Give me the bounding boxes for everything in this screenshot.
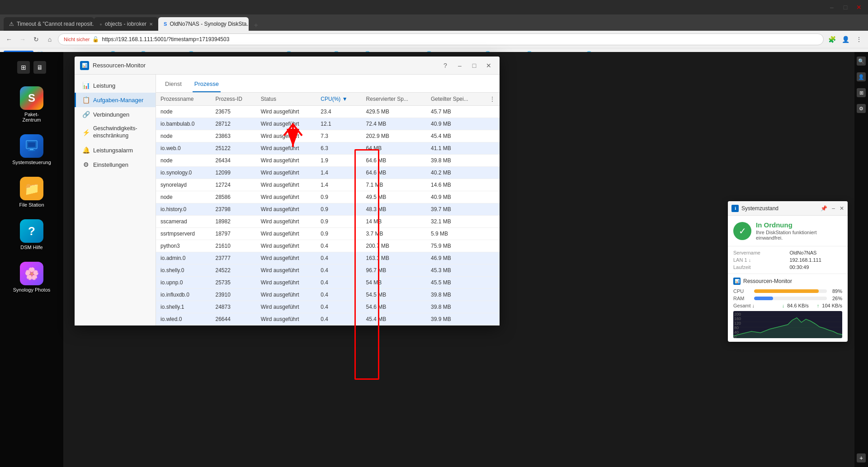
dsm-icon[interactable]: 🖥 <box>33 61 46 74</box>
right-panel-grid[interactable]: ⊞ <box>857 88 866 97</box>
table-row[interactable]: io.admin.0 23777 Wird ausgeführt 0.4 163… <box>156 252 500 264</box>
right-panel-plus[interactable]: + <box>857 453 866 462</box>
sidebar-item-alarm[interactable]: 🔔 Leistungsalarm <box>75 143 156 157</box>
app-grid-icon[interactable]: ⊞ <box>17 61 30 74</box>
proc-cpu: 0.4 <box>316 277 361 289</box>
table-row[interactable]: node 23863 Wird ausgeführt 7.3 202.9 MB … <box>156 130 500 142</box>
proc-shared: 45.3 MB <box>426 264 485 277</box>
table-row[interactable]: io.shelly.0 24522 Wird ausgeführt 0.4 96… <box>156 264 500 277</box>
back-button[interactable]: ← <box>4 34 14 45</box>
new-tab-button[interactable]: + <box>250 20 261 31</box>
tab-2[interactable]: ● objects - iobroker ✕ <box>94 17 158 31</box>
proc-pid: 18797 <box>211 228 256 240</box>
proc-cpu: 0.9 <box>316 203 361 216</box>
table-row[interactable]: node 26585 Wird ausgeführt 0.4 43.1 MB 4… <box>156 325 500 326</box>
table-row[interactable]: io.synology.0 12099 Wird ausgeführt 1.4 … <box>156 167 500 179</box>
right-panel-search[interactable]: 🔍 <box>857 57 866 66</box>
forward-button[interactable]: → <box>17 34 28 45</box>
table-row[interactable]: io.influxdb.0 23910 Wird ausgeführt 0.4 … <box>156 289 500 301</box>
col-status[interactable]: Status <box>256 93 316 106</box>
col-prozessname[interactable]: Prozessname <box>156 93 211 106</box>
window-maximize-button[interactable]: □ <box>469 60 480 71</box>
extensions-button[interactable]: 🧩 <box>826 34 837 45</box>
proc-reserved: 7.1 MB <box>362 179 426 191</box>
sidebar-item-aufgaben[interactable]: 📋 Aufgaben-Manager <box>75 93 156 107</box>
table-row[interactable]: node 23675 Wird ausgeführt 23.4 429.5 MB… <box>156 106 500 118</box>
col-cpu[interactable]: CPU(%) ▼ <box>316 93 361 106</box>
sidebar-item-leistung[interactable]: 📊 Leistung <box>75 78 156 93</box>
minimize-button[interactable]: – <box>826 2 837 13</box>
close-button[interactable]: ✕ <box>854 2 864 13</box>
tab-dienst[interactable]: Dienst <box>163 76 184 92</box>
col-prozessid[interactable]: Prozess-ID <box>211 93 256 106</box>
filestation-icon: 📁 <box>20 177 43 200</box>
right-panel: 🔍 👤 ⊞ ⚙ + <box>854 52 868 467</box>
table-row[interactable]: node 28586 Wird ausgeführt 0.9 49.5 MB 4… <box>156 191 500 203</box>
proc-pid: 25735 <box>211 277 256 289</box>
verbindungen-icon: 🔗 <box>82 111 90 118</box>
system-icon <box>20 134 43 158</box>
proc-cpu: 0.4 <box>316 301 361 313</box>
profile-button[interactable]: 👤 <box>840 34 851 45</box>
desktop: ⊞ 🖥 S Paket-Zentrum Systemsteuerung 📁 Fi… <box>0 52 868 467</box>
table-row[interactable]: ssrtmpserverd 18797 Wird ausgeführt 0.9 … <box>156 228 500 240</box>
help-button[interactable]: ? <box>440 60 451 71</box>
proc-more <box>485 167 500 179</box>
proc-status: Wird ausgeführt <box>256 277 316 289</box>
tab-1[interactable]: ⚠ Timeout & "Cannot read reposit... ✕ <box>4 17 94 31</box>
tab-2-close[interactable]: ✕ <box>149 22 153 27</box>
table-row[interactable]: io.shelly.1 24873 Wird ausgeführt 0.4 54… <box>156 301 500 313</box>
sidebar-item-einstellungen[interactable]: ⚙ Einstellungen <box>75 157 156 172</box>
proc-reserved: 43.1 MB <box>362 325 426 326</box>
menu-button[interactable]: ⋮ <box>854 34 864 45</box>
tab-3[interactable]: S OldNo7NAS - Synology DiskSta... ✕ <box>158 17 249 31</box>
reload-button[interactable]: ↻ <box>31 34 42 45</box>
table-row[interactable]: io.bambulab.0 28712 Wird ausgeführt 12.1… <box>156 118 500 130</box>
ss-info-grid: Servername OldNo7NAS LAN 1 ↓ 192.168.1.1… <box>728 246 848 274</box>
proc-status: Wird ausgeführt <box>256 264 316 277</box>
proc-name: io.influxdb.0 <box>156 289 211 301</box>
table-row[interactable]: io.history.0 23798 Wird ausgeführt 0.9 4… <box>156 203 500 216</box>
window-close-button[interactable]: ✕ <box>483 60 494 71</box>
table-row[interactable]: sscamerad 18982 Wird ausgeführt 0.9 14 M… <box>156 216 500 228</box>
proc-name: node <box>156 106 211 118</box>
proc-pid: 18982 <box>211 216 256 228</box>
table-row[interactable]: io.upnp.0 25735 Wird ausgeführt 0.4 54 M… <box>156 277 500 289</box>
ss-minimize-button[interactable]: – <box>832 205 835 212</box>
ss-pin-button[interactable]: 📌 <box>821 205 827 212</box>
desktop-icon-paket[interactable]: S Paket-Zentrum <box>9 83 54 126</box>
ss-close-button[interactable]: ✕ <box>840 205 844 212</box>
proc-name: sscamerad <box>156 216 211 228</box>
home-button[interactable]: ⌂ <box>44 34 55 45</box>
desktop-icon-photos[interactable]: 🌸 Synology Photos <box>9 258 54 296</box>
window-minimize-button[interactable]: – <box>454 60 465 71</box>
col-shared[interactable]: Geteilter Spei... <box>426 93 485 106</box>
rm-ram-label: RAM <box>733 296 751 301</box>
tab-prozesse[interactable]: Prozesse <box>193 76 221 92</box>
proc-reserved: 200.7 MB <box>362 240 426 252</box>
table-row[interactable]: io.web.0 25122 Wird ausgeführt 6.3 64 MB… <box>156 142 500 155</box>
col-more[interactable]: ⋮ <box>485 93 500 106</box>
proc-cpu: 23.4 <box>316 106 361 118</box>
proc-shared: 39.7 MB <box>426 203 485 216</box>
table-row[interactable]: io.wled.0 26644 Wird ausgeführt 0.4 45.4… <box>156 313 500 325</box>
proc-name: io.wled.0 <box>156 313 211 325</box>
process-tbody: node 23675 Wird ausgeführt 23.4 429.5 MB… <box>156 106 500 326</box>
right-panel-user[interactable]: 👤 <box>857 72 866 81</box>
right-panel-settings[interactable]: ⚙ <box>857 104 866 113</box>
secure-badge: Nicht sicher <box>64 37 90 42</box>
table-row[interactable]: node 26434 Wird ausgeführt 1.9 64.6 MB 3… <box>156 155 500 167</box>
desktop-icon-dsmhilfe[interactable]: ? DSM Hilfe <box>9 216 54 254</box>
proc-shared: 39.8 MB <box>426 289 485 301</box>
sidebar-item-geschwindigkeit[interactable]: ⚡ Geschwindigkeits-einschränkung <box>75 122 156 143</box>
desktop-icon-system[interactable]: Systemsteuerung <box>9 131 54 169</box>
table-row[interactable]: python3 21610 Wird ausgeführt 0.4 200.7 … <box>156 240 500 252</box>
alarm-label: Leistungsalarm <box>93 147 133 154</box>
desktop-icon-filestation[interactable]: 📁 File Station <box>9 173 54 211</box>
photos-label: Synology Photos <box>13 287 51 292</box>
maximize-button[interactable]: □ <box>840 2 851 13</box>
address-bar[interactable]: Nicht sicher 🔓 https://192.168.1.111:500… <box>58 33 824 45</box>
sidebar-item-verbindungen[interactable]: 🔗 Verbindungen <box>75 107 156 122</box>
table-row[interactable]: synorelayd 12724 Wird ausgeführt 1.4 7.1… <box>156 179 500 191</box>
col-reserved[interactable]: Reservierter Sp... <box>362 93 426 106</box>
